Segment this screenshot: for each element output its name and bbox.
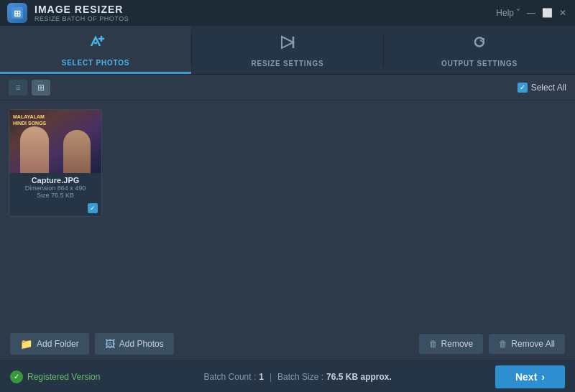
title-bar-left: ⊞ IMAGE RESIZER RESIZE BATCH OF PHOTOS bbox=[7, 3, 129, 23]
batch-count-label: Batch Count : bbox=[204, 372, 257, 382]
remove-all-label: Remove All bbox=[511, 339, 555, 349]
view-buttons: ≡ ⊞ bbox=[9, 80, 50, 95]
registered-label: Registered Version bbox=[27, 372, 100, 382]
add-folder-label: Add Folder bbox=[37, 339, 79, 349]
photo-thumbnail: MALAYALAMHINDI SONGS bbox=[9, 110, 101, 173]
help-button[interactable]: Help ˅ bbox=[496, 8, 520, 18]
tab-select-photos-icon bbox=[86, 32, 106, 56]
bottom-area: 📁 Add Folder 🖼 Add Photos 🗑 Remove 🗑 Rem… bbox=[0, 327, 575, 360]
help-chevron-icon: ˅ bbox=[516, 8, 520, 18]
tab-resize-settings-label: RESIZE SETTINGS bbox=[252, 60, 324, 67]
photo-size: Size 76.5 KB bbox=[13, 192, 98, 199]
next-label: Next bbox=[515, 371, 537, 383]
tab-resize-settings[interactable]: RESIZE SETTINGS bbox=[192, 26, 383, 74]
select-all-group[interactable]: ✓ Select All bbox=[518, 83, 566, 93]
remove-all-button[interactable]: 🗑 Remove All bbox=[489, 334, 565, 354]
batch-size-value: 76.5 KB approx. bbox=[326, 372, 392, 382]
content-area: MALAYALAMHINDI SONGS Capture.JPG Dimensi… bbox=[0, 101, 575, 294]
app-title: IMAGE RESIZER bbox=[34, 4, 129, 15]
bottom-right-buttons: 🗑 Remove 🗑 Remove All bbox=[419, 334, 565, 354]
tab-output-settings-icon bbox=[469, 32, 489, 57]
photo-item[interactable]: MALAYALAMHINDI SONGS Capture.JPG Dimensi… bbox=[9, 109, 102, 217]
batch-size-label: Batch Size : bbox=[277, 372, 323, 382]
tabs-bar: SELECT PHOTOS RESIZE SETTINGS OUTPUT SET… bbox=[0, 26, 575, 75]
help-label: Help bbox=[496, 8, 514, 18]
tab-select-photos-label: SELECT PHOTOS bbox=[62, 59, 130, 67]
bottom-left-buttons: 📁 Add Folder 🖼 Add Photos bbox=[10, 333, 174, 355]
list-view-icon: ≡ bbox=[15, 83, 20, 93]
app-title-group: IMAGE RESIZER RESIZE BATCH OF PHOTOS bbox=[34, 4, 129, 22]
thumb-person1 bbox=[20, 126, 49, 173]
svg-text:⊞: ⊞ bbox=[14, 9, 21, 19]
thumb-text: MALAYALAMHINDI SONGS bbox=[13, 113, 46, 126]
tab-select-photos[interactable]: SELECT PHOTOS bbox=[0, 26, 191, 74]
status-bar: ✓ Registered Version Batch Count : 1 | B… bbox=[0, 360, 575, 392]
tab-output-settings[interactable]: OUTPUT SETTINGS bbox=[384, 26, 575, 74]
remove-button[interactable]: 🗑 Remove bbox=[419, 334, 484, 354]
app-subtitle: RESIZE BATCH OF PHOTOS bbox=[34, 15, 129, 22]
next-button[interactable]: Next › bbox=[495, 365, 565, 388]
thumb-inner: MALAYALAMHINDI SONGS bbox=[9, 110, 101, 173]
photo-icon: 🖼 bbox=[105, 338, 115, 350]
add-photos-button[interactable]: 🖼 Add Photos bbox=[95, 333, 174, 355]
tab-resize-settings-icon bbox=[277, 32, 298, 57]
list-view-button[interactable]: ≡ bbox=[9, 80, 27, 95]
add-photos-label: Add Photos bbox=[119, 339, 164, 349]
photo-check-row: ✓ bbox=[9, 202, 101, 216]
photo-dimension: Dimension 864 x 490 bbox=[13, 185, 98, 192]
title-bar: ⊞ IMAGE RESIZER RESIZE BATCH OF PHOTOS H… bbox=[0, 0, 575, 26]
select-all-label: Select All bbox=[531, 83, 566, 93]
app-icon: ⊞ bbox=[7, 3, 27, 23]
svg-marker-2 bbox=[282, 37, 293, 48]
close-button[interactable]: ✕ bbox=[558, 8, 568, 18]
remove-label: Remove bbox=[441, 339, 474, 349]
registered-icon: ✓ bbox=[10, 370, 23, 383]
photo-name: Capture.JPG bbox=[13, 176, 98, 185]
status-separator: | bbox=[270, 372, 272, 382]
restore-button[interactable]: ⬜ bbox=[542, 8, 552, 18]
batch-count-value: 1 bbox=[259, 372, 264, 382]
photo-grid: MALAYALAMHINDI SONGS Capture.JPG Dimensi… bbox=[9, 109, 566, 217]
add-folder-button[interactable]: 📁 Add Folder bbox=[10, 333, 89, 355]
grid-view-icon: ⊞ bbox=[37, 83, 45, 93]
tab-output-settings-label: OUTPUT SETTINGS bbox=[441, 60, 518, 67]
title-bar-right: Help ˅ — ⬜ ✕ bbox=[496, 8, 568, 18]
grid-view-button[interactable]: ⊞ bbox=[32, 80, 50, 95]
status-info: Batch Count : 1 | Batch Size : 76.5 KB a… bbox=[204, 372, 392, 382]
trash-icon: 🗑 bbox=[429, 339, 438, 349]
photo-checkbox[interactable]: ✓ bbox=[88, 203, 98, 213]
photo-info: Capture.JPG Dimension 864 x 490 Size 76.… bbox=[9, 173, 101, 202]
trash-all-icon: 🗑 bbox=[499, 339, 507, 349]
select-all-checkbox[interactable]: ✓ bbox=[518, 83, 528, 93]
toolbar-row: ≡ ⊞ ✓ Select All bbox=[0, 75, 575, 101]
thumb-person2 bbox=[63, 130, 91, 173]
status-registered: ✓ Registered Version bbox=[10, 370, 100, 383]
folder-icon: 📁 bbox=[20, 338, 32, 350]
minimize-button[interactable]: — bbox=[526, 8, 536, 18]
next-arrow-icon: › bbox=[541, 371, 545, 383]
